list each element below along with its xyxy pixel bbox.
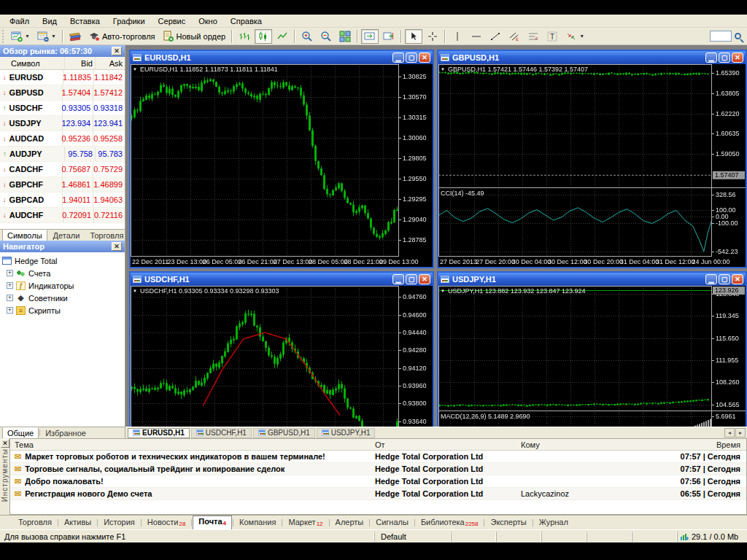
column-ask[interactable]: Ask [95, 57, 125, 69]
terminal-tab-4[interactable]: Почта4 [193, 516, 232, 529]
market-watch-row[interactable]: ↓CADCHF0.756870.75729 [0, 162, 125, 177]
scroll-right-button[interactable]: ▸ [735, 428, 746, 438]
navigator-tab-1[interactable]: Избранное [41, 428, 90, 438]
navigator-root-item[interactable]: Hedge Total [2, 254, 125, 267]
chart-canvas[interactable] [131, 64, 433, 267]
menu-item-file[interactable]: Файл [3, 15, 36, 27]
chart-window-eurusd[interactable]: EURUSD,H1 ▁▢✕ ▼EURUSD,H1 1.11852 1.11873… [129, 50, 434, 268]
chart-tab-eurusd-h1[interactable]: EURUSD,H1 [128, 428, 190, 438]
chart-window-gbpusd[interactable]: GBPUSD,H1 ▁▢✕ ▼GBPUSD,H1 1.57421 1.57446… [437, 50, 747, 268]
terminal-side-tab[interactable]: Инструменты [0, 448, 9, 514]
chart-ohlc-line[interactable]: ▼GBPUSD,H1 1.57421 1.57446 1.57392 1.574… [441, 66, 588, 73]
chart-canvas[interactable] [438, 286, 746, 437]
market-watch-tab-2[interactable]: Торговля [85, 230, 128, 241]
fibonacci-button[interactable]: F [525, 29, 542, 44]
navigator-tab-0[interactable]: Общие [2, 427, 39, 439]
navigator-item[interactable]: +ƒИндикаторы [2, 279, 125, 292]
chart-tab-usdjpy-h1[interactable]: USDJPY,H1 [317, 428, 376, 438]
tile-windows-button[interactable] [336, 29, 354, 44]
mail-row[interactable]: ✉Добро пожаловать!Hedge Total Corporatio… [10, 475, 746, 488]
mail-column-3[interactable]: Время [623, 440, 746, 449]
chart-tab-usdchf-h1[interactable]: USDCHF,H1 [191, 428, 252, 438]
market-watch-row[interactable]: ↓GBPCAD1.940111.94063 [0, 192, 125, 208]
chart-canvas[interactable] [438, 64, 746, 267]
mail-row[interactable]: ✉Регистрация нового Демо счетаHedge Tota… [10, 488, 746, 500]
menu-item-insert[interactable]: Вставка [63, 15, 107, 27]
mail-column-1[interactable]: От [375, 440, 521, 449]
mail-row[interactable]: ✉Маркет торговых роботов и технических и… [10, 451, 746, 463]
expand-icon[interactable]: + [7, 295, 13, 301]
chart-shift-button[interactable] [380, 29, 398, 44]
chart-tab-gbpusd-h1[interactable]: GBPUSD,H1 [253, 428, 315, 438]
chart-ohlc-line[interactable]: ▼USDJPY,H1 123.882 123.932 123.847 123.9… [441, 287, 585, 295]
vertical-line-button[interactable] [449, 29, 466, 44]
search-input[interactable] [710, 31, 732, 42]
expand-icon[interactable]: + [7, 282, 13, 289]
market-watch-row[interactable]: ↓AUDCAD0.952360.95258 [0, 131, 125, 147]
terminal-tab-9[interactable]: Библиотека2258 [416, 517, 484, 529]
market-watch-header[interactable]: Обзор рынка: 06:57:30 ✕ [0, 45, 125, 57]
autoscroll-button[interactable] [361, 29, 379, 44]
profiles-button[interactable]: ▼ [34, 29, 59, 44]
column-symbol[interactable]: Символ [9, 59, 64, 68]
terminal-tab-6[interactable]: Маркет12 [283, 517, 328, 529]
terminal-tab-11[interactable]: Журнал [534, 517, 573, 529]
close-icon[interactable]: ✕ [112, 47, 122, 55]
minimize-button[interactable]: ▁ [705, 52, 717, 63]
maximize-button[interactable]: ▢ [719, 52, 730, 63]
close-button[interactable]: ✕ [419, 274, 430, 284]
close-icon[interactable]: ✕ [1, 439, 9, 448]
market-watch-row[interactable]: ↓GBPUSD1.574041.57412 [0, 85, 125, 101]
chart-ohlc-line[interactable]: ▼EURUSD,H1 1.11852 1.11873 1.11811 1.118… [133, 66, 278, 73]
navigator-header[interactable]: Навигатор ✕ [0, 241, 125, 252]
menu-item-window[interactable]: Окно [192, 15, 224, 27]
mail-row[interactable]: ✉Торговые сигналы, социальный трейдинг и… [10, 463, 746, 475]
terminal-tab-7[interactable]: Алерты [330, 517, 369, 529]
chart-canvas[interactable] [131, 286, 433, 437]
zoom-out-button[interactable] [317, 29, 335, 44]
mail-column-2[interactable]: Кому [521, 440, 623, 449]
chart-window-usdchf[interactable]: USDCHF,H1 ▁▢✕ ▼USDCHF,H1 0.93305 0.93334… [129, 271, 434, 438]
navigator-item[interactable]: +◆Советники [2, 292, 125, 304]
close-button[interactable]: ✕ [732, 52, 743, 63]
scroll-left-button[interactable]: ◂ [724, 428, 735, 438]
terminal-tab-5[interactable]: Компания [234, 517, 281, 529]
new-order-button[interactable]: Новый ордер [160, 29, 229, 44]
terminal-tab-8[interactable]: Сигналы [371, 517, 414, 529]
mail-column-0[interactable]: Тема [10, 440, 375, 449]
crosshair-button[interactable] [424, 29, 441, 44]
zoom-in-button[interactable] [298, 29, 316, 44]
terminal-tab-1[interactable]: Активы [59, 517, 96, 529]
column-bid[interactable]: Bid [64, 57, 95, 69]
candlestick-chart-button[interactable] [255, 29, 272, 44]
window-title-bar[interactable]: USDJPY,H1 ▁▢✕ [438, 273, 746, 286]
horizontal-line-button[interactable] [468, 29, 485, 44]
terminal-tab-3[interactable]: Новости28 [142, 517, 191, 529]
market-watch-row[interactable]: ↑USDCHF0.933050.93318 [0, 101, 125, 116]
close-button[interactable]: ✕ [419, 52, 430, 63]
search-icon[interactable] [735, 33, 741, 39]
expand-icon[interactable]: + [7, 270, 13, 276]
minimize-button[interactable]: ▁ [392, 274, 404, 284]
market-watch-row[interactable]: ↓USDJPY123.934123.941 [0, 116, 125, 131]
chart-ohlc-line[interactable]: ▼USDCHF,H1 0.93305 0.93334 0.93298 0.933… [133, 287, 279, 295]
channel-button[interactable]: E [506, 29, 523, 44]
status-profile[interactable]: Default [374, 532, 451, 542]
window-title-bar[interactable]: USDCHF,H1 ▁▢✕ [131, 273, 433, 286]
arrows-button[interactable]: ▼ [562, 29, 587, 44]
market-watch-button[interactable] [66, 29, 84, 44]
expand-icon[interactable]: + [7, 307, 13, 314]
navigator-item[interactable]: +Счета [2, 267, 125, 279]
chart-window-usdjpy[interactable]: USDJPY,H1 ▁▢✕ ▼USDJPY,H1 123.882 123.932… [437, 271, 747, 438]
window-title-bar[interactable]: GBPUSD,H1 ▁▢✕ [438, 51, 746, 64]
market-watch-tab-0[interactable]: Символы [2, 230, 47, 241]
minimize-button[interactable]: ▁ [392, 52, 404, 63]
new-chart-button[interactable]: ▼ [8, 29, 33, 44]
market-watch-row[interactable]: ↓AUDCHF0.720910.72116 [0, 208, 125, 223]
window-title-bar[interactable]: EURUSD,H1 ▁▢✕ [131, 51, 433, 64]
menu-item-charts[interactable]: Графики [107, 15, 152, 27]
text-button[interactable]: T [543, 29, 561, 44]
toolbar-grip[interactable] [2, 30, 5, 43]
maximize-button[interactable]: ▢ [719, 274, 730, 284]
trendline-button[interactable] [487, 29, 504, 44]
